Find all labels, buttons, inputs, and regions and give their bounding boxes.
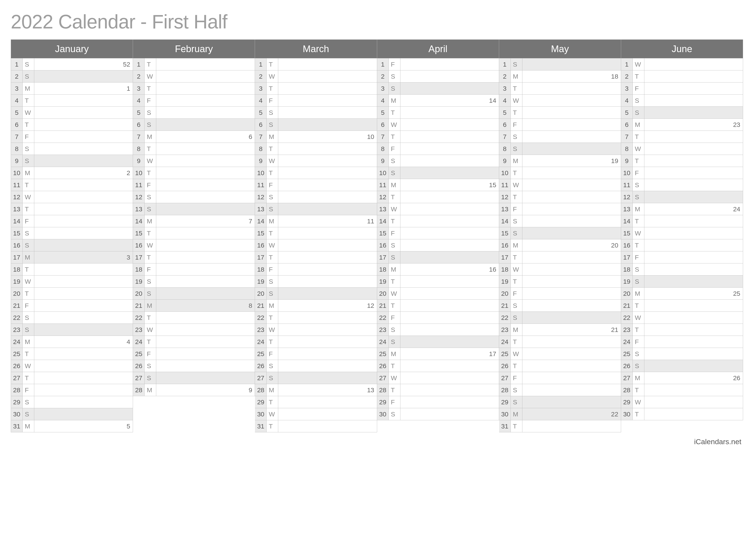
day-weekday: S [145, 203, 156, 215]
day-cell [156, 372, 255, 384]
day-number: 19 [377, 275, 389, 287]
day-cell [278, 94, 377, 106]
day-row: 9W [133, 155, 255, 167]
day-number: 30 [621, 408, 633, 420]
day-weekday: F [633, 251, 644, 263]
day-row: 2S [377, 70, 499, 83]
day-cell [156, 119, 255, 131]
day-row: 11M15 [377, 179, 499, 191]
day-cell [156, 360, 255, 372]
day-weekday: T [267, 312, 278, 323]
day-number: 16 [499, 239, 511, 251]
day-weekday: T [389, 107, 400, 118]
day-weekday: F [633, 336, 644, 348]
day-cell: 15 [400, 179, 499, 191]
day-cell [400, 215, 499, 227]
day-number: 29 [11, 396, 23, 408]
day-weekday: W [633, 143, 644, 155]
day-row: 5T [499, 107, 621, 119]
day-row: 14T [377, 215, 499, 227]
day-weekday: S [23, 143, 34, 155]
day-row: 18W [499, 264, 621, 275]
day-row: 11F [255, 179, 377, 191]
day-weekday: T [511, 420, 523, 432]
day-number: 22 [255, 312, 267, 323]
day-weekday: F [389, 58, 400, 70]
day-weekday: F [23, 131, 34, 142]
day-cell [400, 288, 499, 299]
day-weekday: M [511, 70, 523, 82]
day-number: 18 [377, 264, 389, 275]
day-cell [523, 167, 621, 179]
day-cell [400, 131, 499, 142]
day-cell: 24 [644, 203, 743, 215]
day-row: 12S [133, 191, 255, 203]
day-number: 1 [133, 58, 145, 70]
day-weekday: S [511, 58, 523, 70]
day-row: 20S [133, 288, 255, 300]
day-cell [156, 94, 255, 106]
day-row: 17S [377, 251, 499, 264]
day-weekday: S [145, 372, 156, 384]
day-weekday: W [145, 239, 156, 251]
day-weekday: S [633, 179, 644, 191]
day-row: 17T [499, 251, 621, 264]
day-weekday: S [145, 107, 156, 118]
day-cell [644, 131, 743, 142]
day-weekday: F [633, 167, 644, 179]
day-number: 12 [499, 191, 511, 203]
day-row: 23S [11, 324, 133, 336]
day-weekday: S [267, 191, 278, 203]
day-number: 10 [621, 167, 633, 179]
day-cell [34, 203, 133, 215]
day-row: 5T [377, 107, 499, 119]
day-row: 24T [133, 336, 255, 348]
month-header: March [255, 39, 377, 58]
day-row: 19T [499, 275, 621, 288]
day-weekday: S [389, 251, 400, 263]
day-cell [156, 179, 255, 191]
day-cell [523, 143, 621, 155]
day-weekday: W [145, 70, 156, 82]
day-cell: 11 [278, 215, 377, 227]
day-weekday: W [511, 348, 523, 360]
day-cell [400, 83, 499, 94]
day-row: 24S [377, 336, 499, 348]
day-number: 24 [621, 336, 633, 348]
day-cell [278, 251, 377, 263]
day-cell [156, 275, 255, 287]
day-cell [400, 119, 499, 131]
day-weekday: T [389, 275, 400, 287]
day-cell [278, 348, 377, 360]
day-cell [644, 251, 743, 263]
day-number: 12 [11, 191, 23, 203]
day-weekday: W [633, 58, 644, 70]
day-number: 10 [133, 167, 145, 179]
day-cell [400, 227, 499, 239]
day-number: 14 [133, 215, 145, 227]
day-row: 27T [11, 372, 133, 384]
day-weekday: S [23, 70, 34, 82]
day-number: 18 [255, 264, 267, 275]
day-cell [34, 300, 133, 312]
day-weekday: T [511, 107, 523, 118]
day-number: 17 [621, 251, 633, 263]
day-weekday: T [267, 143, 278, 155]
day-row: 18S [621, 264, 743, 275]
day-cell [523, 300, 621, 312]
day-cell [523, 107, 621, 118]
day-row: 12T [499, 191, 621, 203]
page-title: 2022 Calendar - First Half [11, 11, 743, 33]
day-number: 15 [499, 227, 511, 239]
day-row: 16S [377, 239, 499, 251]
day-row: 25W [499, 348, 621, 360]
day-number: 23 [255, 324, 267, 336]
day-row: 4F [255, 94, 377, 107]
day-weekday: S [267, 372, 278, 384]
day-number: 28 [377, 384, 389, 396]
day-row: 11T [11, 179, 133, 191]
day-row: 19W [11, 275, 133, 288]
day-cell: 12 [278, 300, 377, 312]
day-weekday: S [267, 203, 278, 215]
day-weekday: F [511, 203, 523, 215]
